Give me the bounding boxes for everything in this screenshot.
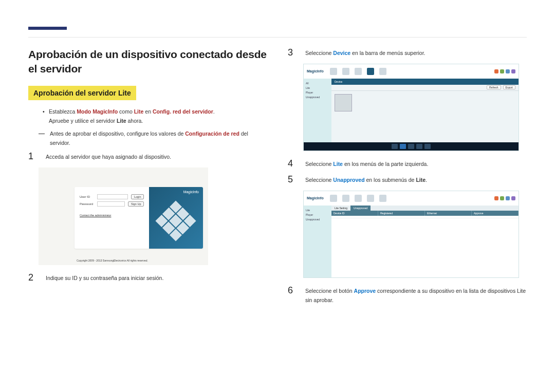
badge-icon [506,196,510,200]
note-text: Antes de aprobar el dispositivo, configu… [50,129,267,148]
user-id-label: User ID [80,195,94,198]
tab-icon[interactable] [379,195,386,202]
login-screenshot: User ID Login Password Sign Up Contact t… [39,167,208,265]
badge-icon [500,69,504,73]
taskbar-icon[interactable] [416,144,422,149]
tab-icon[interactable] [379,68,386,75]
step-text: Acceda al servidor que haya asignado al … [46,151,267,162]
emphasis: Unapproved [333,177,364,183]
subtabs: Lite Setting Unapproved [331,206,519,211]
sidebar-item[interactable]: Player [306,213,329,216]
badge-icon [511,69,515,73]
taskbar [304,142,519,151]
text: . [213,108,215,115]
text: en los submenús de [365,177,416,183]
taskbar-icon[interactable] [408,144,414,149]
login-copyright: Copyright 2009 - 2013 SamsungElectronics… [77,259,148,262]
intro-bullet-1: Establezca Modo MagicInfo como Lite en C… [43,107,267,126]
table-header: Device ID Registered Ethernet Approve [331,211,519,216]
app-sidebar: Lite Player Unapproved [304,206,331,277]
user-id-input[interactable] [97,194,128,199]
taskbar-icon[interactable] [424,144,431,149]
step-2: 2 Indique su ID y su contraseña para ini… [28,272,267,284]
top-right-badges [494,196,515,200]
text: ahora. [126,118,143,124]
password-input[interactable] [97,201,125,207]
step-5: 5 Seleccione Unapproved en los submenús … [288,174,527,185]
login-button[interactable]: Login [131,194,144,199]
col-head: Ethernet [425,211,472,216]
tab-icon[interactable] [355,195,362,202]
emphasis: Lite [416,177,425,183]
app-topbar: MagicInfo [304,191,519,206]
text: en [143,108,153,115]
text: en los menús de la parte izquierda. [343,161,428,167]
login-banner: MagicInfo [149,187,203,249]
step-text: Indique su ID y su contraseña para inici… [46,272,267,284]
tab-icon[interactable] [367,195,374,202]
breadcrumb: Device [331,79,519,85]
table-body [331,216,519,277]
page-title: Aprobación de un dispositivo conectado d… [28,47,267,77]
sidebar-item[interactable]: All [306,82,329,85]
emphasis: Configuración de red [185,130,239,137]
right-column: 3 Seleccione Device en la barra de menús… [288,47,527,310]
sidebar-item[interactable]: Lite [306,86,329,89]
app-toolbar: Refresh Export [331,85,519,91]
tab-icon[interactable] [330,195,337,202]
tab-icon[interactable] [355,68,362,75]
col-head: Device ID [331,211,378,216]
toolbar-button[interactable]: Export [503,85,515,89]
sidebar-item-lite[interactable]: Lite [306,209,329,212]
taskbar-icon[interactable] [400,144,406,149]
taskbar-icon[interactable] [392,144,398,149]
step-number: 5 [288,174,297,185]
contact-admin-link[interactable]: Contact the administrator [80,214,144,217]
text: Seleccione el botón [305,288,354,294]
toolbar-button[interactable]: Refresh [487,85,501,89]
step-text: Seleccione el botón Approve correspondie… [305,285,527,305]
step-3: 3 Seleccione Device en la barra de menús… [288,47,527,59]
intro-bullets: Establezca Modo MagicInfo como Lite en C… [43,107,267,126]
emphasis: Config. red del servidor [153,108,213,115]
device-grid [331,91,519,142]
banner-brand: MagicInfo [183,190,199,194]
step-4: 4 Seleccione Lite en los menús de la par… [288,158,527,170]
col-head: Registered [378,211,425,216]
step-1: 1 Acceda al servidor que haya asignado a… [28,151,267,162]
step-text: Seleccione Unapproved en los submenús de… [305,174,527,185]
step-number: 3 [288,47,297,59]
sidebar-item[interactable]: Player [306,91,329,94]
sidebar-item[interactable]: Unapproved [306,218,329,221]
tab-device-icon[interactable] [367,68,374,75]
text: Apruebe y utilice el servidor [49,118,117,124]
login-form: User ID Login Password Sign Up Contact t… [75,187,149,249]
emphasis: Approve [354,288,376,294]
tab-icon[interactable] [342,195,349,202]
emphasis: Lite [134,108,144,115]
app-sidebar: All Lite Player Unapproved [304,79,331,142]
text: Seleccione [305,161,333,167]
emphasis: Modo MagicInfo [77,108,118,115]
device-thumbnail[interactable] [335,94,352,111]
table-row[interactable] [331,216,519,218]
step-text: Seleccione Device en la barra de menús s… [305,47,527,59]
accent-bar [28,27,67,30]
text: en la barra de menús superior. [350,50,425,56]
signup-button[interactable]: Sign Up [128,201,144,207]
subtab[interactable]: Lite Setting [331,206,350,211]
app-topbar: MagicInfo [304,64,519,79]
text: . [425,177,427,183]
badge-icon [511,196,515,200]
top-tabs [330,195,386,202]
top-tabs [330,68,386,75]
note-row: Antes de aprobar el dispositivo, configu… [39,129,267,148]
sidebar-item[interactable]: Unapproved [306,96,329,99]
col-head: Approve [472,211,519,216]
step-number: 2 [28,272,38,284]
step-number: 6 [288,285,297,305]
emphasis: Lite [333,161,343,167]
tab-icon[interactable] [330,68,337,75]
subtab-unapproved[interactable]: Unapproved [350,206,371,211]
tab-icon[interactable] [342,68,349,75]
